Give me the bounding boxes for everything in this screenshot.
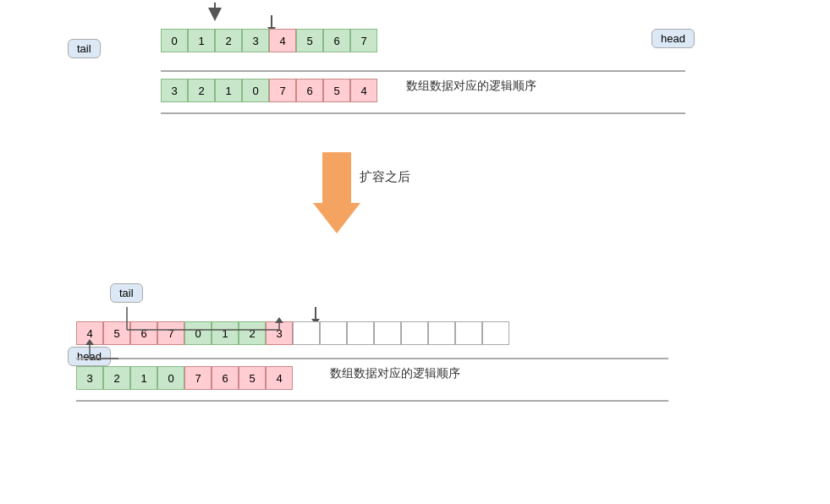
bottom-logical-label: 数组数据对应的逻辑顺序 xyxy=(330,366,460,381)
cell-0: 0 xyxy=(157,366,184,390)
top-head-label: head xyxy=(651,29,695,48)
expand-label: 扩容之后 xyxy=(360,169,410,185)
cell- xyxy=(401,321,428,345)
bottom-head-label: head xyxy=(68,347,111,366)
cell-2: 2 xyxy=(215,29,242,52)
bottom-array-row: 45670123 xyxy=(76,321,509,345)
cell- xyxy=(347,321,374,345)
cell-2: 2 xyxy=(239,321,266,345)
top-array-row: 01234567 xyxy=(161,29,377,52)
cell-0: 0 xyxy=(242,79,269,102)
cell-6: 6 xyxy=(130,321,157,345)
top-logical-row: 32107654 xyxy=(161,79,377,102)
cell-7: 7 xyxy=(269,79,296,102)
cell-4: 4 xyxy=(350,79,377,102)
cell-0: 0 xyxy=(161,29,188,52)
cell- xyxy=(428,321,455,345)
cell-1: 1 xyxy=(212,321,239,345)
cell-1: 1 xyxy=(188,29,215,52)
cell-5: 5 xyxy=(103,321,130,345)
cell-4: 4 xyxy=(266,366,293,390)
cell-6: 6 xyxy=(212,366,239,390)
cell- xyxy=(293,321,320,345)
cell- xyxy=(320,321,347,345)
cell-3: 3 xyxy=(76,366,103,390)
cell-5: 5 xyxy=(239,366,266,390)
top-tail-label: tail xyxy=(68,39,101,58)
cell-6: 6 xyxy=(296,79,323,102)
bottom-tail-label: tail xyxy=(110,283,143,303)
cell-7: 7 xyxy=(184,366,212,390)
cell- xyxy=(374,321,401,345)
arrows-svg xyxy=(0,0,830,504)
cell-3: 3 xyxy=(242,29,269,52)
top-logical-label: 数组数据对应的逻辑顺序 xyxy=(406,79,536,94)
cell-4: 4 xyxy=(76,321,103,345)
cell- xyxy=(455,321,482,345)
cell-3: 3 xyxy=(266,321,293,345)
cell-7: 7 xyxy=(350,29,377,52)
cell-1: 1 xyxy=(130,366,157,390)
cell-2: 2 xyxy=(188,79,215,102)
cell-1: 1 xyxy=(215,79,242,102)
cell-6: 6 xyxy=(323,29,350,52)
bottom-divider xyxy=(76,358,668,359)
cell-7: 7 xyxy=(157,321,184,345)
diagram: tail 01234567 head 32107654 数组数据对应的逻辑顺序 xyxy=(0,0,830,504)
cell-2: 2 xyxy=(103,366,130,390)
bottom-divider2 xyxy=(76,400,668,402)
top-divider xyxy=(161,70,685,72)
cell-4: 4 xyxy=(269,29,296,52)
big-arrow-container xyxy=(313,152,360,233)
bottom-logical-row: 32107654 xyxy=(76,366,293,390)
cell-5: 5 xyxy=(296,29,323,52)
cell- xyxy=(482,321,509,345)
cell-0: 0 xyxy=(184,321,212,345)
cell-5: 5 xyxy=(323,79,350,102)
top-divider2 xyxy=(161,112,685,114)
cell-3: 3 xyxy=(161,79,188,102)
